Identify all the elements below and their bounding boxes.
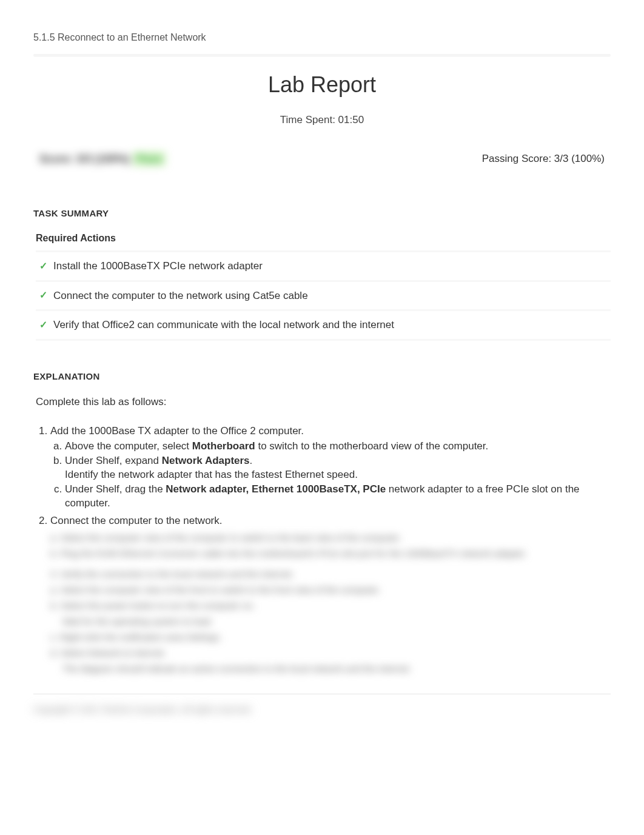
task-summary-header: TASK SUMMARY xyxy=(33,207,611,221)
task-list: ✓ Install the 1000BaseTX PCIe network ad… xyxy=(33,250,611,341)
explanation-steps: Add the 1000Base TX adapter to the Offic… xyxy=(33,423,611,529)
required-actions-header: Required Actions xyxy=(33,231,611,246)
passing-score: Passing Score: 3/3 (100%) xyxy=(482,151,605,167)
check-icon: ✓ xyxy=(39,318,47,332)
task-text: Verify that Office2 can communicate with… xyxy=(53,317,394,333)
score-row: Score: 3/3 (100%) Pass Passing Score: 3/… xyxy=(33,151,611,167)
substep: Under Shelf, expand Network Adapters. Id… xyxy=(65,454,611,482)
explanation-header: EXPLANATION xyxy=(33,370,611,384)
time-spent: Time Spent: 01:50 xyxy=(33,112,611,128)
task-text: Connect the computer to the network usin… xyxy=(53,288,308,304)
substep: Above the computer, select Motherboard t… xyxy=(65,440,611,454)
step-1: Add the 1000Base TX adapter to the Offic… xyxy=(50,423,611,511)
breadcrumb: 5.1.5 Reconnect to an Ethernet Network xyxy=(33,30,611,45)
blurred-content: a. Select the computer view of the compu… xyxy=(33,531,611,676)
footer-copyright: Copyright © 2021 TestOut Corporation. Al… xyxy=(33,703,611,716)
task-text: Install the 1000BaseTX PCIe network adap… xyxy=(53,258,263,274)
substep: Under Shelf, drag the Network adapter, E… xyxy=(65,483,611,511)
step-2: Connect the computer to the network. xyxy=(50,513,611,529)
page-title: Lab Report xyxy=(33,69,611,101)
task-item: ✓ Connect the computer to the network us… xyxy=(36,282,611,312)
check-icon: ✓ xyxy=(39,288,47,303)
check-icon: ✓ xyxy=(39,259,47,273)
score-hidden: Score: 3/3 (100%) Pass xyxy=(39,151,166,167)
footer-divider xyxy=(33,693,611,695)
divider xyxy=(33,54,611,56)
step-1-substeps: Above the computer, select Motherboard t… xyxy=(50,440,611,511)
task-item: ✓ Verify that Office2 can communicate wi… xyxy=(36,311,611,341)
explanation-intro: Complete this lab as follows: xyxy=(33,394,611,410)
task-item: ✓ Install the 1000BaseTX PCIe network ad… xyxy=(36,250,611,282)
